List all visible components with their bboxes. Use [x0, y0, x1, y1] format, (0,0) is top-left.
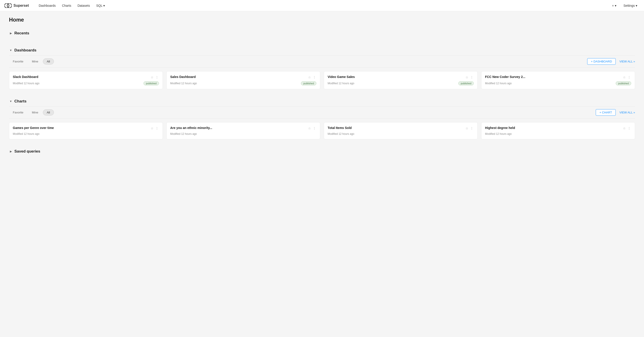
dashboards-tab-mine[interactable]: Mine [28, 58, 42, 65]
chart-card-3-menu-button[interactable]: ⋮ [627, 126, 631, 131]
chart-card-2-footer: Modified 12 hours ago [328, 132, 474, 135]
add-chart-button[interactable]: + CHART [596, 109, 616, 116]
dashboards-cards-grid: Slack Dashboard ☆ ⋮ Modified 12 hours ag… [9, 71, 635, 89]
saved-queries-header[interactable]: ▶ Saved queries [9, 146, 635, 156]
dashboards-tab-all[interactable]: All [43, 58, 54, 65]
chart-card-2-star-button[interactable]: ☆ [465, 126, 469, 131]
dashboard-card-1[interactable]: Sales Dashboard ☆ ⋮ Modified 12 hours ag… [166, 71, 320, 89]
add-dashboard-button[interactable]: + DASHBOARD [587, 58, 616, 65]
svg-point-0 [4, 3, 9, 8]
saved-queries-chevron-icon: ▶ [9, 150, 12, 153]
chart-card-0[interactable]: Games per Genre over time ☆ ⋮ Modified 1… [9, 122, 163, 139]
chart-card-0-title: Games per Genre over time [13, 126, 148, 130]
dashboard-card-1-title: Sales Dashboard [170, 75, 306, 79]
dashboard-card-2-star-button[interactable]: ☆ [465, 75, 469, 80]
navbar-brand-text: Superset [14, 4, 29, 8]
dashboard-card-1-badge: published [301, 81, 316, 85]
navbar-settings-button[interactable]: Settings ▾ [621, 3, 640, 8]
chart-card-0-header: Games per Genre over time ☆ ⋮ [13, 126, 159, 131]
navbar: Superset Dashboards Charts Datasets SQL … [0, 0, 644, 11]
dashboards-section: ▼ Dashboards Favorite Mine All + DASHBOA… [9, 45, 635, 89]
chart-card-2-title: Total Items Sold [328, 126, 463, 130]
dashboards-view-all-link[interactable]: VIEW ALL » [619, 60, 635, 63]
chart-card-0-modified: Modified 12 hours ago [13, 132, 40, 135]
chart-card-1-actions: ☆ ⋮ [308, 126, 316, 131]
dashboards-filter-tabs: Favorite Mine All [9, 58, 54, 65]
saved-queries-title: Saved queries [14, 149, 40, 154]
chart-card-3-title: Highest degree held [485, 126, 621, 130]
chart-card-1-modified: Modified 12 hours ago [170, 132, 197, 135]
dashboard-card-0-badge: published [144, 81, 159, 85]
charts-cards-grid: Games per Genre over time ☆ ⋮ Modified 1… [9, 122, 635, 139]
charts-tab-favorite[interactable]: Favorite [9, 109, 27, 116]
dashboards-title: Dashboards [14, 48, 36, 53]
recents-header[interactable]: ▶ Recents [9, 28, 635, 38]
dashboard-card-2-badge: published [458, 81, 474, 85]
dashboard-card-1-footer: Modified 12 hours ago published [170, 81, 316, 85]
dashboard-card-3-title: FCC New Coder Survey 2... [485, 75, 621, 79]
dashboard-card-3-modified: Modified 12 hours ago [485, 82, 512, 85]
nav-datasets[interactable]: Datasets [75, 3, 92, 9]
dashboard-card-3-menu-button[interactable]: ⋮ [627, 75, 631, 80]
dashboard-card-1-modified: Modified 12 hours ago [170, 82, 197, 85]
charts-view-all-link[interactable]: VIEW ALL » [619, 111, 635, 114]
chart-card-1[interactable]: Are you an ethnic minority... ☆ ⋮ Modifi… [166, 122, 320, 139]
chart-card-3-star-button[interactable]: ☆ [622, 126, 626, 131]
dashboard-card-3-header: FCC New Coder Survey 2... ☆ ⋮ [485, 75, 631, 80]
chart-card-0-star-button[interactable]: ☆ [150, 126, 154, 131]
charts-tab-all[interactable]: All [43, 109, 54, 116]
dashboard-card-0-star-button[interactable]: ☆ [150, 75, 154, 80]
dashboard-card-2-menu-button[interactable]: ⋮ [470, 75, 474, 80]
chart-card-0-menu-button[interactable]: ⋮ [155, 126, 159, 131]
chart-card-2-menu-button[interactable]: ⋮ [470, 126, 474, 131]
dashboard-card-0-actions: ☆ ⋮ [150, 75, 159, 80]
dashboard-card-3[interactable]: FCC New Coder Survey 2... ☆ ⋮ Modified 1… [481, 71, 635, 89]
dashboard-card-0-header: Slack Dashboard ☆ ⋮ [13, 75, 159, 80]
dashboard-card-2[interactable]: Video Game Sales ☆ ⋮ Modified 12 hours a… [324, 71, 478, 89]
dashboards-tab-favorite[interactable]: Favorite [9, 58, 27, 65]
chart-card-2-header: Total Items Sold ☆ ⋮ [328, 126, 474, 131]
dashboards-header[interactable]: ▼ Dashboards [9, 45, 635, 55]
chart-card-1-star-button[interactable]: ☆ [308, 126, 312, 131]
dashboard-card-2-header: Video Game Sales ☆ ⋮ [328, 75, 474, 80]
dashboards-chevron-icon: ▼ [9, 49, 12, 52]
dashboard-card-0-modified: Modified 12 hours ago [13, 82, 40, 85]
navbar-links: Dashboards Charts Datasets SQL ▾ [36, 3, 610, 9]
dashboard-card-0[interactable]: Slack Dashboard ☆ ⋮ Modified 12 hours ag… [9, 71, 163, 89]
chart-card-1-menu-button[interactable]: ⋮ [312, 126, 316, 131]
dashboard-card-3-star-button[interactable]: ☆ [622, 75, 626, 80]
dashboard-card-1-menu-button[interactable]: ⋮ [312, 75, 316, 80]
recents-section: ▶ Recents [9, 28, 635, 38]
charts-filters-bar: Favorite Mine All + CHART VIEW ALL » [9, 107, 635, 119]
charts-chevron-icon: ▼ [9, 100, 12, 103]
chart-card-3-modified: Modified 12 hours ago [485, 132, 512, 135]
charts-section: ▼ Charts Favorite Mine All + CHART VIEW … [9, 96, 635, 139]
navbar-right: + ▾ Settings ▾ [610, 3, 640, 8]
nav-sql[interactable]: SQL ▾ [94, 3, 107, 9]
charts-tab-mine[interactable]: Mine [28, 109, 42, 116]
chart-card-1-header: Are you an ethnic minority... ☆ ⋮ [170, 126, 316, 131]
charts-filter-tabs: Favorite Mine All [9, 109, 54, 116]
dashboard-card-1-actions: ☆ ⋮ [308, 75, 316, 80]
chart-card-3[interactable]: Highest degree held ☆ ⋮ Modified 12 hour… [481, 122, 635, 139]
dashboard-card-2-title: Video Game Sales [328, 75, 463, 79]
dashboard-card-0-footer: Modified 12 hours ago published [13, 81, 159, 85]
dashboard-card-3-actions: ☆ ⋮ [622, 75, 631, 80]
nav-dashboards[interactable]: Dashboards [36, 3, 58, 9]
chart-card-1-footer: Modified 12 hours ago [170, 132, 316, 135]
chart-card-0-actions: ☆ ⋮ [150, 126, 159, 131]
navbar-add-button[interactable]: + ▾ [610, 3, 618, 8]
superset-logo-icon [4, 3, 12, 8]
navbar-brand[interactable]: Superset [4, 3, 29, 8]
chart-card-3-actions: ☆ ⋮ [622, 126, 631, 131]
dashboard-card-3-badge: published [616, 81, 631, 85]
dashboard-card-3-footer: Modified 12 hours ago published [485, 81, 631, 85]
dashboard-card-2-modified: Modified 12 hours ago [328, 82, 354, 85]
charts-actions: + CHART VIEW ALL » [596, 109, 635, 116]
charts-header[interactable]: ▼ Charts [9, 96, 635, 106]
nav-charts[interactable]: Charts [59, 3, 74, 9]
dashboard-card-0-menu-button[interactable]: ⋮ [155, 75, 159, 80]
chart-card-2[interactable]: Total Items Sold ☆ ⋮ Modified 12 hours a… [324, 122, 478, 139]
dashboards-filters-bar: Favorite Mine All + DASHBOARD VIEW ALL » [9, 56, 635, 68]
dashboard-card-1-star-button[interactable]: ☆ [308, 75, 312, 80]
